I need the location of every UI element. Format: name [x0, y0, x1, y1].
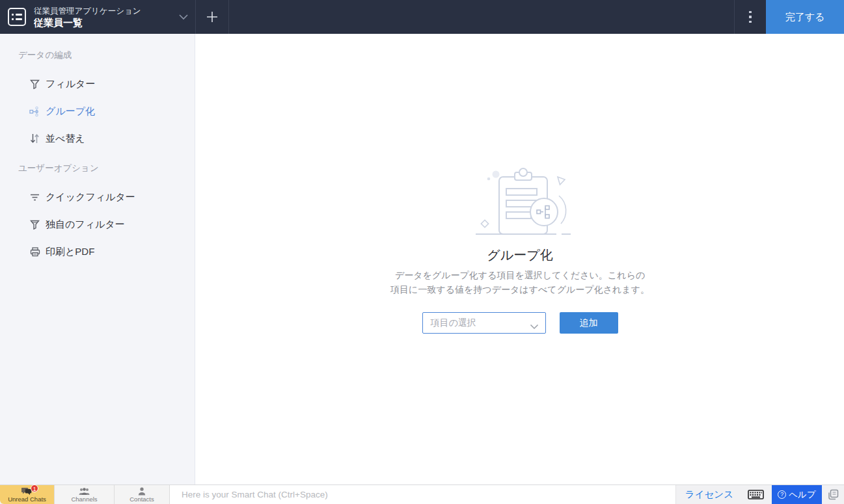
view-title: 従業員一覧: [34, 16, 176, 29]
sidebar-item-print-pdf[interactable]: 印刷とPDF: [0, 238, 195, 265]
contacts-icon: [138, 487, 146, 496]
license-link[interactable]: ライセンス: [685, 488, 733, 501]
chevron-down-icon: [530, 321, 539, 332]
sidebar-item-sort[interactable]: 並べ替え: [0, 125, 195, 152]
app-list-icon: [8, 8, 26, 26]
sidebar-item-grouping[interactable]: グループ化: [0, 98, 195, 125]
sidebar-item-filter[interactable]: フィルター: [0, 70, 195, 98]
bottombar: 1 Unread Chats Channels Contacts Here is…: [0, 484, 844, 504]
sidebar-item-label: 並べ替え: [46, 133, 85, 145]
tab-channels[interactable]: Channels: [55, 485, 115, 504]
tab-label: Contacts: [129, 496, 154, 503]
main-panel: グループ化 データをグループ化する項目を選択してください。これらの項目に一致する…: [196, 34, 844, 484]
unread-count-badge: 1: [31, 484, 38, 492]
tab-contacts[interactable]: Contacts: [115, 485, 170, 504]
keyboard-shortcuts-button[interactable]: [748, 490, 764, 499]
sidebar-section-user-options: ユーザーオプション: [18, 163, 195, 176]
custom-filter-icon: [29, 219, 40, 230]
sidebar-item-label: フィルター: [46, 78, 95, 90]
print-icon: [29, 246, 40, 258]
grouping-description: データをグループ化する項目を選択してください。これらの項目に一致する値を持つデー…: [390, 268, 649, 297]
grouping-controls: 項目の選択 追加: [422, 312, 618, 334]
plus-icon: [206, 10, 219, 23]
smart-chat-input[interactable]: Here is your Smart Chat (Ctrl+Space): [170, 485, 676, 504]
done-button[interactable]: 完了する: [766, 0, 844, 34]
sidebar-section-data-organization: データの編成: [18, 49, 195, 62]
bottombar-right: ライセンス ? ヘルプ: [676, 485, 844, 504]
topbar: 従業員管理アプリケーション 従業員一覧 完了する: [0, 0, 844, 34]
sidebar-item-label: 独自のフィルター: [46, 219, 125, 231]
page-title: グループ化: [487, 246, 552, 264]
question-circle-icon: ?: [778, 490, 786, 499]
copy-button[interactable]: [822, 489, 844, 500]
kebab-menu-icon: [749, 11, 752, 23]
sidebar-item-custom-filter[interactable]: 独自のフィルター: [0, 211, 195, 238]
sidebar-item-label: クイックフィルター: [46, 191, 135, 204]
tab-unread-chats[interactable]: 1 Unread Chats: [0, 485, 55, 504]
chat-bubbles-icon: 1: [21, 487, 33, 496]
add-component-button[interactable]: [196, 0, 228, 34]
grouping-empty-state: グループ化 データをグループ化する項目を選択してください。これらの項目に一致する…: [196, 34, 844, 334]
topbar-spacer: [229, 0, 734, 34]
filter-icon: [29, 79, 40, 90]
smart-chat-placeholder: Here is your Smart Chat (Ctrl+Space): [182, 490, 328, 499]
clipboard-group-illustration: [461, 166, 579, 238]
tab-label: Channels: [71, 496, 97, 503]
field-select-dropdown[interactable]: 項目の選択: [422, 312, 546, 334]
field-select-placeholder: 項目の選択: [431, 317, 476, 329]
sidebar: データの編成 フィルター グループ化 並べ替え ユーザ: [0, 34, 195, 484]
sidebar-item-label: 印刷とPDF: [46, 246, 94, 258]
app-switcher[interactable]: 従業員管理アプリケーション 従業員一覧: [0, 0, 195, 34]
quick-filter-icon: [29, 192, 40, 203]
sidebar-item-quick-filter[interactable]: クイックフィルター: [0, 183, 195, 211]
more-options-button[interactable]: [735, 0, 766, 34]
sidebar-item-label: グループ化: [46, 105, 95, 118]
app-title: 従業員管理アプリケーション: [34, 6, 176, 16]
copy-icon: [828, 489, 839, 500]
window-titles: 従業員管理アプリケーション 従業員一覧: [34, 6, 176, 29]
tab-label: Unread Chats: [8, 496, 46, 503]
group-icon: [29, 106, 40, 117]
help-button[interactable]: ? ヘルプ: [772, 485, 822, 504]
keyboard-icon: [748, 490, 764, 499]
help-button-label: ヘルプ: [789, 489, 815, 501]
sort-icon: [29, 133, 40, 144]
chevron-down-icon: [178, 11, 189, 23]
add-button[interactable]: 追加: [560, 312, 618, 334]
channels-icon: [79, 487, 90, 496]
